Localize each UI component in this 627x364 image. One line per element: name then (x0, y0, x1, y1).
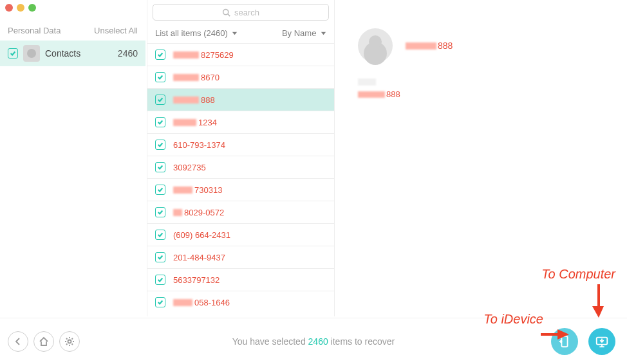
search-icon (222, 8, 230, 17)
item-text: 1234 (198, 118, 217, 127)
svg-line-1 (228, 14, 230, 15)
field-label (358, 78, 376, 86)
item-text: 5633797132 (173, 275, 220, 285)
back-button[interactable] (8, 331, 28, 352)
sort-dropdown[interactable]: By Name (282, 28, 326, 38)
list-item[interactable]: 8029-0572 (147, 201, 334, 223)
item-text: 8670 (201, 73, 220, 82)
contact-phone: 888 (358, 89, 618, 99)
annotation-to-computer: To Computer (541, 267, 615, 282)
status-text: You have selected 2460 items to recover (232, 336, 395, 347)
item-checkbox[interactable] (155, 162, 165, 172)
list-item[interactable]: 058-1646 (147, 291, 334, 313)
contacts-icon (23, 45, 40, 62)
item-checkbox[interactable] (155, 185, 165, 195)
unselect-all-link[interactable]: Unselect All (94, 26, 138, 35)
item-checkbox[interactable] (155, 117, 165, 127)
annotation-to-idevice: To iDevice (483, 312, 543, 327)
search-input[interactable]: search (153, 4, 329, 21)
computer-export-icon (595, 334, 609, 349)
category-label: Contacts (45, 48, 118, 59)
category-checkbox[interactable] (8, 48, 18, 59)
contact-detail-panel: 888 888 (348, 28, 618, 99)
list-item[interactable]: 730313 (147, 178, 334, 201)
item-checkbox[interactable] (155, 50, 165, 60)
item-text: 058-1646 (194, 298, 230, 307)
svg-point-4 (68, 340, 71, 343)
chevron-down-icon (232, 30, 238, 36)
list-item[interactable]: 201-484-9437 (147, 246, 334, 268)
svg-point-0 (223, 9, 229, 14)
item-checkbox[interactable] (155, 252, 165, 262)
list-item[interactable]: 8275629 (147, 43, 334, 66)
item-text: (609) 664-2431 (173, 230, 230, 240)
export-to-computer-button[interactable] (588, 328, 615, 355)
search-placeholder: search (234, 8, 259, 17)
list-item[interactable]: 610-793-1374 (147, 133, 334, 156)
item-checkbox[interactable] (155, 230, 165, 240)
arrow-right-icon (541, 328, 569, 343)
category-count: 2460 (118, 48, 138, 59)
list-filter-dropdown[interactable]: List all items (2460) (155, 28, 238, 38)
list-item[interactable]: 8670 (147, 66, 334, 88)
window-close-button[interactable] (5, 4, 13, 12)
window-minimize-button[interactable] (17, 4, 24, 12)
item-checkbox[interactable] (155, 275, 165, 285)
sidebar-item-contacts[interactable]: Contacts 2460 (0, 41, 145, 66)
svg-marker-2 (232, 32, 237, 35)
item-checkbox[interactable] (155, 297, 165, 307)
item-checkbox[interactable] (155, 207, 165, 217)
home-button[interactable] (33, 331, 54, 352)
contact-list-panel: search List all items (2460) By Name 827… (147, 0, 335, 316)
item-text: 8029-0572 (184, 208, 224, 217)
arrow-down-icon (592, 284, 605, 320)
list-item[interactable]: 3092735 (147, 156, 334, 178)
chevron-down-icon (321, 30, 326, 36)
item-text: 888 (201, 95, 215, 105)
list-item[interactable]: (609) 664-2431 (147, 223, 334, 246)
item-checkbox[interactable] (155, 140, 165, 150)
item-checkbox[interactable] (155, 95, 165, 105)
avatar (358, 28, 393, 63)
window-maximize-button[interactable] (28, 4, 36, 12)
settings-button[interactable] (59, 331, 80, 352)
contact-name: 888 (406, 41, 453, 51)
list-item[interactable]: 1234 (147, 111, 334, 133)
list-item[interactable]: 5633797132 (147, 268, 334, 291)
item-text: 730313 (194, 185, 222, 195)
contact-rows: 827562986708881234610-793-13743092735730… (147, 43, 334, 316)
item-text: 3092735 (173, 163, 206, 172)
item-text: 201-484-9437 (173, 253, 225, 262)
item-checkbox[interactable] (155, 72, 165, 82)
svg-marker-3 (321, 32, 326, 35)
sidebar: Personal Data Unselect All Contacts 2460 (0, 19, 145, 66)
item-text: 8275629 (201, 50, 234, 60)
sidebar-header: Personal Data (8, 26, 61, 35)
list-item[interactable]: 888 (147, 88, 334, 111)
item-text: 610-793-1374 (173, 140, 225, 150)
